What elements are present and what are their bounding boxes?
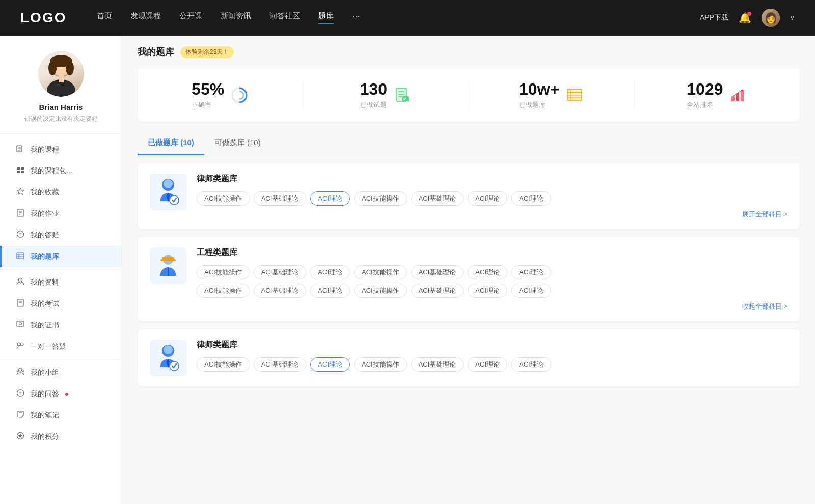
qbank-title-2: 工程类题库 <box>197 247 787 258</box>
stat-done-banks-info: 10w+ 已做题库 <box>519 80 559 109</box>
user-menu-chevron[interactable]: ∨ <box>790 14 795 21</box>
sidebar-item-homework[interactable]: 我的作业 <box>0 203 122 225</box>
tab-done-banks[interactable]: 已做题库 (10) <box>138 132 204 155</box>
stat-correct-rate-label: 正确率 <box>192 100 224 109</box>
svg-point-35 <box>17 370 19 372</box>
qbank-3-tag-6[interactable]: ACI理论 <box>511 357 551 372</box>
qbank-3-tag-5[interactable]: ACI理论 <box>468 357 507 372</box>
nav-news[interactable]: 新闻资讯 <box>221 11 251 24</box>
stat-done-questions-label: 已做试题 <box>360 100 387 109</box>
svg-point-3 <box>48 61 57 75</box>
sidebar-item-my-courses[interactable]: 我的课程 <box>0 139 122 160</box>
sidebar-item-course-packages[interactable]: 我的课程包... <box>0 160 122 182</box>
sidebar-item-group[interactable]: 我的小组 <box>0 362 122 383</box>
star-icon <box>15 187 25 198</box>
my-qa-icon: ? <box>15 389 25 399</box>
qbank-body-2: 工程类题库 ACI技能操作 ACI基础理论 ACI理论 ACI技能操作 ACI基… <box>197 247 787 311</box>
qbank-card-2-inner: 工程类题库 ACI技能操作 ACI基础理论 ACI理论 ACI技能操作 ACI基… <box>150 247 787 311</box>
svg-point-34 <box>19 368 22 371</box>
qbank-body-1: 律师类题库 ACI技能操作 ACI基础理论 ACI理论 ACI技能操作 ACI基… <box>197 174 787 219</box>
svg-rect-11 <box>17 167 20 170</box>
qbank-2-tag-8[interactable]: ACI基础理论 <box>254 284 307 298</box>
qbank-1-expand-link[interactable]: 展开全部科目 > <box>197 210 787 219</box>
stat-correct-rate-info: 55% 正确率 <box>192 80 224 109</box>
svg-point-32 <box>17 343 20 346</box>
qbank-1-tags-row: ACI技能操作 ACI基础理论 ACI理论 ACI技能操作 ACI基础理论 AC… <box>197 191 787 206</box>
qbank-2-tag-1[interactable]: ACI基础理论 <box>254 265 307 279</box>
cert-icon <box>15 320 25 330</box>
sidebar-item-my-qa[interactable]: ? 我的问答 <box>0 383 122 405</box>
qbank-2-tag-4[interactable]: ACI基础理论 <box>411 265 464 279</box>
tab-available-banks[interactable]: 可做题库 (10) <box>204 132 271 155</box>
sidebar-item-notes[interactable]: 我的笔记 <box>0 405 122 426</box>
nav-discover[interactable]: 发现课程 <box>130 11 161 24</box>
qbank-1-tag-3[interactable]: ACI技能操作 <box>354 191 407 206</box>
svg-marker-41 <box>18 433 23 438</box>
sidebar-item-profile[interactable]: 我的资料 <box>0 272 122 293</box>
sidebar-item-points[interactable]: 我的积分 <box>0 426 122 447</box>
avatar[interactable]: 👩 <box>762 9 780 27</box>
profile-name: Brian Harris <box>39 103 83 111</box>
qbank-3-tag-1[interactable]: ACI基础理论 <box>254 357 307 372</box>
qbank-3-tag-0[interactable]: ACI技能操作 <box>197 357 250 372</box>
qbank-2-tag-10[interactable]: ACI技能操作 <box>354 284 407 298</box>
qbank-card-3: 律师类题库 ACI技能操作 ACI基础理论 ACI理论 ACI技能操作 ACI基… <box>138 329 800 386</box>
logo[interactable]: LOGO <box>20 10 66 26</box>
qbank-2-tag-5[interactable]: ACI理论 <box>468 265 507 279</box>
qbank-body-3: 律师类题库 ACI技能操作 ACI基础理论 ACI理论 ACI技能操作 ACI基… <box>197 340 787 376</box>
qbank-2-tag-6[interactable]: ACI理论 <box>511 265 551 279</box>
sidebar-item-qa[interactable]: ? 我的答疑 <box>0 225 122 246</box>
sidebar-item-exam[interactable]: 我的考试 <box>0 293 122 315</box>
stat-done-questions: 130 已做试题 <box>303 80 469 109</box>
qbank-card-1: 律师类题库 ACI技能操作 ACI基础理论 ACI理论 ACI技能操作 ACI基… <box>138 163 800 229</box>
svg-rect-30 <box>17 321 24 326</box>
nav-home[interactable]: 首页 <box>97 11 112 24</box>
svg-rect-6 <box>59 75 64 82</box>
sidebar-item-favorites[interactable]: 我的收藏 <box>0 182 122 203</box>
svg-point-33 <box>20 343 23 346</box>
nav-qa[interactable]: 问答社区 <box>269 11 300 24</box>
sidebar-label-courses: 我的课程 <box>31 145 59 154</box>
qbank-3-tag-4[interactable]: ACI基础理论 <box>411 357 464 372</box>
page-header: 我的题库 体验剩余23天！ <box>138 46 800 58</box>
courses-icon <box>15 145 25 155</box>
qbank-1-tag-2[interactable]: ACI理论 <box>310 191 350 206</box>
qbank-1-tag-5[interactable]: ACI理论 <box>468 191 507 206</box>
nav-open-course[interactable]: 公开课 <box>179 11 202 24</box>
svg-rect-13 <box>17 171 20 173</box>
qbank-2-tag-2[interactable]: ACI理论 <box>310 265 350 279</box>
nav-more[interactable]: ··· <box>352 11 360 24</box>
svg-marker-15 <box>17 188 24 195</box>
qbank-2-tag-0[interactable]: ACI技能操作 <box>197 265 250 279</box>
stat-site-rank-label: 全站排名 <box>687 100 723 109</box>
stat-correct-rate: 55% 正确率 <box>138 80 303 109</box>
qbank-3-tag-3[interactable]: ACI技能操作 <box>354 357 407 372</box>
svg-point-70 <box>164 345 173 354</box>
qbank-2-tag-3[interactable]: ACI技能操作 <box>354 265 407 279</box>
nav-qbank[interactable]: 题库 <box>318 11 334 24</box>
app-download-button[interactable]: APP下载 <box>700 13 728 22</box>
qbank-2-tag-12[interactable]: ACI理论 <box>468 284 507 298</box>
qbank-1-tag-0[interactable]: ACI技能操作 <box>197 191 250 206</box>
qbank-2-tag-11[interactable]: ACI基础理论 <box>411 284 464 298</box>
sidebar-item-1on1[interactable]: 一对一答疑 <box>0 336 122 357</box>
qbank-2-tag-7[interactable]: ACI技能操作 <box>197 284 250 298</box>
qbank-2-collapse-link[interactable]: 收起全部科目 > <box>197 302 787 311</box>
svg-text:?: ? <box>19 232 22 237</box>
stat-site-rank-value: 1029 <box>687 80 723 98</box>
qbank-2-tag-9[interactable]: ACI理论 <box>310 284 350 298</box>
tabs-row: 已做题库 (10) 可做题库 (10) <box>138 132 800 155</box>
notification-bell[interactable]: 🔔 <box>739 12 751 24</box>
qbank-1-tag-4[interactable]: ACI基础理论 <box>411 191 464 206</box>
sidebar-item-cert[interactable]: 我的证书 <box>0 315 122 336</box>
profile-motto: 错误的决定比没有决定要好 <box>24 115 98 123</box>
sidebar-item-qbank[interactable]: 我的题库 <box>0 246 122 267</box>
qbank-2-tag-13[interactable]: ACI理论 <box>511 284 551 298</box>
qbank-1-tag-6[interactable]: ACI理论 <box>511 191 551 206</box>
svg-rect-58 <box>736 93 739 101</box>
qbank-3-tag-2[interactable]: ACI理论 <box>310 357 350 372</box>
sidebar-label-notes: 我的笔记 <box>31 411 59 420</box>
svg-point-4 <box>66 61 74 75</box>
qbank-1-tag-1[interactable]: ACI基础理论 <box>254 191 307 206</box>
notes-icon <box>15 410 25 421</box>
